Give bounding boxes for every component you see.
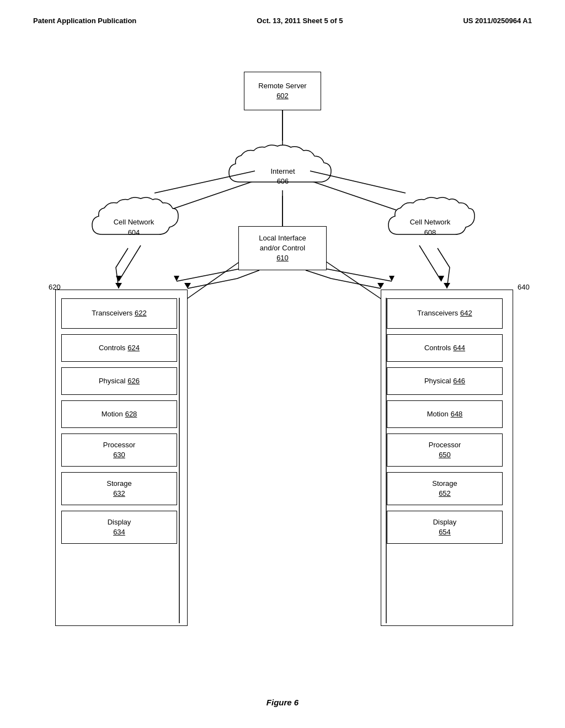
transceivers-left-label: Transceivers <box>92 309 132 317</box>
processor-left-box: Processor 630 <box>61 433 177 467</box>
display-right-number: 654 <box>439 527 451 537</box>
remote-server-box: Remote Server 602 <box>244 72 321 110</box>
remote-server-number: 602 <box>276 91 289 101</box>
local-interface-number: 610 <box>276 253 289 263</box>
storage-right-label: Storage <box>432 479 457 489</box>
controls-left-number: 624 <box>127 343 140 353</box>
transceivers-right-number: 642 <box>460 309 472 317</box>
header-right: US 2011/0250964 A1 <box>463 17 532 25</box>
display-right-box: Display 654 <box>387 511 503 544</box>
left-device-group: Transceivers 622 Controls 624 Physical 6… <box>55 290 188 626</box>
svg-marker-20 <box>115 283 122 288</box>
transceivers-right-label: Transceivers <box>417 309 458 317</box>
physical-left-number: 626 <box>127 376 140 386</box>
display-left-label: Display <box>108 517 131 527</box>
storage-left-number: 632 <box>113 489 125 499</box>
processor-right-label: Processor <box>429 440 461 450</box>
cell-network-left-cloud: Cell Network 604 <box>86 193 182 248</box>
figure-label: Figure 6 <box>0 698 565 707</box>
physical-left-label: Physical <box>99 376 125 386</box>
physical-left-box: Physical 626 <box>61 367 177 395</box>
diagram-area: Remote Server 602 Internet 606 Cell Netw… <box>0 30 565 692</box>
controls-left-box: Controls 624 <box>61 334 177 362</box>
internet-cloud: Internet 606 <box>218 141 348 196</box>
display-left-box: Display 634 <box>61 511 177 544</box>
motion-left-label: Motion <box>102 409 123 419</box>
cell-network-right-label: Cell Network <box>410 217 451 227</box>
svg-marker-11 <box>439 276 444 281</box>
local-interface-label: Local Interface and/or Control <box>259 233 306 253</box>
motion-right-number: 648 <box>451 409 463 419</box>
header-middle: Oct. 13, 2011 Sheet 5 of 5 <box>257 17 343 25</box>
motion-right-label: Motion <box>427 409 449 419</box>
transceivers-left-number: 622 <box>135 309 147 317</box>
storage-right-box: Storage 652 <box>387 472 503 505</box>
display-left-number: 634 <box>113 527 125 537</box>
svg-line-4 <box>119 245 141 281</box>
svg-marker-21 <box>184 283 191 288</box>
internet-number: 606 <box>270 176 295 186</box>
header-left: Patent Application Publication <box>33 17 136 25</box>
physical-right-label: Physical <box>424 376 451 386</box>
cell-network-left-label: Cell Network <box>114 217 154 227</box>
processor-right-number: 650 <box>439 450 451 460</box>
cell-network-right-number: 608 <box>410 228 451 238</box>
storage-left-box: Storage 632 <box>61 472 177 505</box>
display-right-label: Display <box>433 517 457 527</box>
remote-server-label: Remote Server <box>258 81 306 91</box>
physical-right-box: Physical 646 <box>387 367 503 395</box>
motion-right-box: Motion 648 <box>387 400 503 428</box>
motion-left-box: Motion 628 <box>61 400 177 428</box>
storage-left-label: Storage <box>106 479 132 489</box>
controls-right-box: Controls 644 <box>387 334 503 362</box>
transceivers-right-box: Transceivers 642 <box>387 298 503 329</box>
transceivers-left-box: Transceivers 622 <box>61 298 177 329</box>
motion-left-number: 628 <box>125 409 137 419</box>
internet-label: Internet <box>270 167 295 176</box>
right-device-group: Transceivers 642 Controls 644 Physical 6… <box>381 290 513 626</box>
svg-marker-7 <box>174 276 179 281</box>
cell-network-right-cloud: Cell Network 608 <box>382 193 478 248</box>
controls-left-label: Controls <box>99 343 125 353</box>
cell-network-left-number: 604 <box>114 228 154 238</box>
controls-right-label: Controls <box>424 343 451 353</box>
physical-right-number: 646 <box>453 376 465 386</box>
local-interface-box: Local Interface and/or Control 610 <box>238 226 327 270</box>
processor-right-box: Processor 650 <box>387 433 503 467</box>
processor-left-label: Processor <box>103 440 136 450</box>
svg-line-10 <box>419 245 441 281</box>
group-right-label: 640 <box>518 283 530 291</box>
processor-left-number: 630 <box>113 450 125 460</box>
svg-marker-9 <box>389 276 395 281</box>
svg-marker-23 <box>444 283 450 288</box>
storage-right-number: 652 <box>439 489 451 499</box>
svg-marker-5 <box>116 276 121 281</box>
controls-right-number: 644 <box>453 343 465 353</box>
svg-marker-22 <box>377 283 384 288</box>
